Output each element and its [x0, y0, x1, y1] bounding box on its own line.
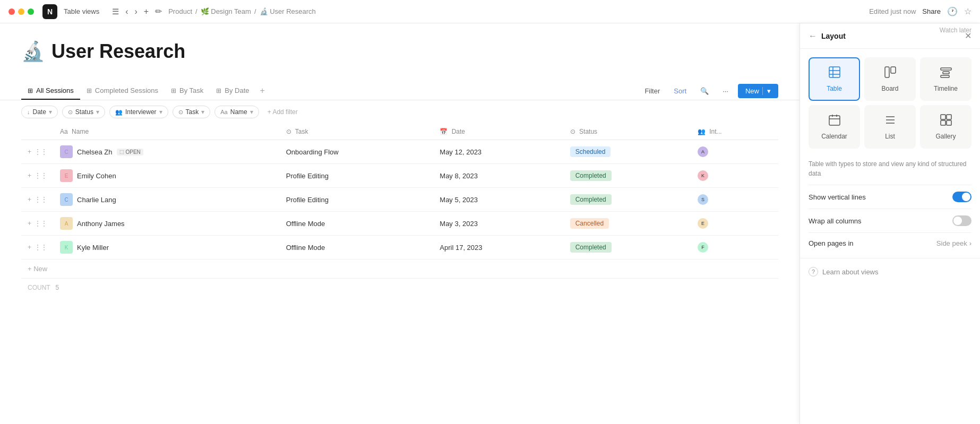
clock-icon[interactable]: 🕐 [947, 6, 958, 16]
row-drag-icon[interactable]: ⋮⋮ [35, 220, 47, 227]
col-header-interviewer[interactable]: 👥 Int... [691, 124, 778, 140]
tab-by-date[interactable]: ⊞ By Date [210, 82, 255, 100]
row-name-cell[interactable]: CChelsea Zh⬚OPEN [54, 140, 280, 164]
col-header-status[interactable]: ⊙ Status [564, 124, 691, 140]
tab-by-task-icon: ⊞ [171, 87, 176, 94]
app-logo[interactable]: N [42, 4, 57, 19]
tab-all-sessions[interactable]: ⊞ All Sessions [21, 82, 80, 100]
learn-about-views-link[interactable]: ? Learn about views [809, 267, 972, 276]
panel-back-button[interactable]: ← [809, 31, 817, 41]
row-task-cell[interactable]: Offline Mode [280, 236, 434, 259]
row-name-cell[interactable]: AAnthony James [54, 212, 280, 236]
breadcrumb-user-research[interactable]: 🔬 User Research [260, 7, 316, 15]
filter-chip-interviewer[interactable]: 👥 Interviewer ▾ [109, 106, 168, 118]
row-date-cell[interactable]: April 17, 2023 [433, 236, 563, 259]
row-task-cell[interactable]: Profile Editing [280, 188, 434, 212]
row-drag-icon[interactable]: ⋮⋮ [35, 196, 47, 203]
filter-chip-date[interactable]: ↓ Date ▾ [21, 106, 58, 118]
share-button[interactable]: Share [922, 7, 941, 15]
view-option-calendar[interactable]: Calendar [809, 105, 860, 149]
interviewer-filter-icon: 👥 [115, 109, 123, 116]
row-add-icon[interactable]: + [28, 220, 31, 227]
row-add-icon[interactable]: + [28, 148, 31, 155]
tab-by-task[interactable]: ⊞ By Task [165, 82, 210, 100]
breadcrumb-product[interactable]: Product [168, 7, 192, 15]
filter-chip-task[interactable]: ⊙ Task ▾ [173, 106, 211, 118]
row-interviewer-cell[interactable]: S [691, 188, 778, 212]
row-add-icon[interactable]: + [28, 196, 31, 203]
view-option-timeline[interactable]: Timeline [920, 57, 972, 101]
new-button-caret[interactable]: ▾ [762, 87, 771, 95]
col-header-task[interactable]: ⊙ Task [280, 124, 434, 140]
nav-pen[interactable]: ✏ [153, 4, 164, 19]
table-row[interactable]: +⋮⋮EEmily CohenProfile EditingMay 8, 202… [21, 164, 778, 188]
page-title-row: 🔬 User Research [21, 40, 778, 63]
filter-button[interactable]: Filter [640, 85, 664, 97]
row-task-cell[interactable]: Onboarding Flow [280, 140, 434, 164]
row-date-cell[interactable]: May 3, 2023 [433, 212, 563, 236]
filter-chip-status[interactable]: ⊙ Status ▾ [62, 106, 105, 118]
view-option-board[interactable]: Board [864, 57, 916, 101]
row-status-cell[interactable]: Scheduled [564, 140, 691, 164]
row-interviewer-cell[interactable]: E [691, 212, 778, 236]
filter-chip-name[interactable]: Aa Name ▾ [214, 106, 259, 118]
sort-button[interactable]: Sort [669, 85, 691, 97]
row-status-cell[interactable]: Completed [564, 164, 691, 188]
row-status-cell[interactable]: Completed [564, 188, 691, 212]
page-title: User Research [51, 40, 185, 63]
breadcrumb-design-team[interactable]: 🌿 Design Team [201, 7, 251, 15]
col-header-name[interactable]: Aa Name [54, 124, 280, 140]
gallery-view-label: Gallery [935, 133, 956, 140]
table-row[interactable]: +⋮⋮AAnthony JamesOffline ModeMay 3, 2023… [21, 212, 778, 236]
search-icon-button[interactable]: 🔍 [696, 85, 713, 97]
row-date-cell[interactable]: May 5, 2023 [433, 188, 563, 212]
row-interviewer-cell[interactable]: A [691, 140, 778, 164]
nav-add[interactable]: + [142, 5, 151, 19]
fullscreen-traffic-dot[interactable] [28, 8, 34, 15]
close-traffic-dot[interactable] [8, 8, 15, 15]
row-task-cell[interactable]: Profile Editing [280, 164, 434, 188]
col-header-date[interactable]: 📅 Date [433, 124, 563, 140]
star-icon[interactable]: ☆ [964, 6, 972, 16]
row-avatar: E [60, 169, 73, 182]
new-button[interactable]: New ▾ [738, 84, 778, 98]
row-avatar: C [60, 193, 73, 206]
vertical-lines-toggle[interactable] [952, 192, 972, 202]
view-option-table[interactable]: Table [809, 57, 860, 101]
row-date-cell[interactable]: May 8, 2023 [433, 164, 563, 188]
table-row[interactable]: +⋮⋮CCharlie LangProfile EditingMay 5, 20… [21, 188, 778, 212]
row-drag-icon[interactable]: ⋮⋮ [35, 148, 47, 155]
nav-forward[interactable]: › [133, 5, 140, 19]
wrap-columns-toggle[interactable] [952, 215, 972, 226]
nav-back[interactable]: ‹ [123, 5, 130, 19]
row-name-cell[interactable]: EEmily Cohen [54, 164, 280, 188]
name-col-label: Name [72, 128, 89, 135]
view-option-gallery[interactable]: Gallery [920, 105, 972, 149]
svg-rect-17 [947, 115, 951, 119]
add-filter-button[interactable]: + Add filter [263, 106, 302, 118]
row-drag-icon[interactable]: ⋮⋮ [35, 172, 47, 179]
row-task-cell[interactable]: Offline Mode [280, 212, 434, 236]
more-button[interactable]: ··· [718, 85, 733, 97]
table-row[interactable]: +⋮⋮KKyle MillerOffline ModeApril 17, 202… [21, 236, 778, 259]
view-option-list[interactable]: List [864, 105, 916, 149]
tab-add-button[interactable]: + [256, 82, 269, 100]
tab-completed-sessions[interactable]: ⊞ Completed Sessions [80, 82, 165, 100]
row-name-cell[interactable]: CCharlie Lang [54, 188, 280, 212]
row-status-cell[interactable]: Cancelled [564, 212, 691, 236]
add-row-button[interactable]: + New [21, 259, 778, 278]
row-add-icon[interactable]: + [28, 172, 31, 179]
row-name-cell[interactable]: KKyle Miller [54, 236, 280, 259]
row-date-cell[interactable]: May 12, 2023 [433, 140, 563, 164]
view-options-grid: Table Board [800, 49, 980, 157]
row-drag-icon[interactable]: ⋮⋮ [35, 244, 47, 251]
row-interviewer-cell[interactable]: F [691, 236, 778, 259]
row-add-icon[interactable]: + [28, 244, 31, 251]
minimize-traffic-dot[interactable] [18, 8, 24, 15]
table-row[interactable]: +⋮⋮CChelsea Zh⬚OPENOnboarding FlowMay 12… [21, 140, 778, 164]
nav-sidebar-toggle[interactable]: ☰ [110, 5, 121, 19]
open-pages-value[interactable]: Side peek › [936, 239, 972, 247]
row-status-cell[interactable]: Completed [564, 236, 691, 259]
row-interviewer-cell[interactable]: K [691, 164, 778, 188]
col-header-add [21, 124, 54, 140]
